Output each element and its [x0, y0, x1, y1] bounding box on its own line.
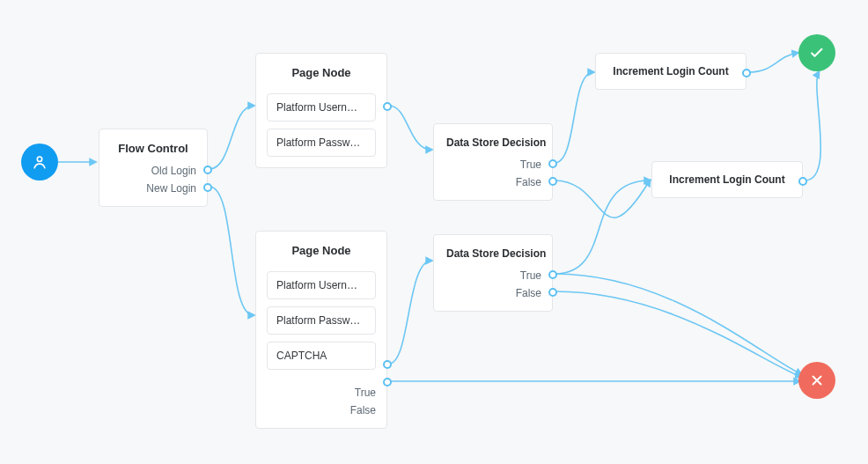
node-title: Data Store Decision [434, 235, 552, 267]
flow-canvas: Flow Control Old Login New Login Page No… [0, 0, 868, 464]
increment-login-count-1[interactable]: Increment Login Count [595, 53, 747, 90]
output-port[interactable] [548, 177, 557, 186]
output-port[interactable] [383, 378, 392, 387]
output-port[interactable] [383, 360, 392, 369]
close-icon [809, 372, 825, 388]
field-item[interactable]: CAPTCHA [267, 342, 376, 370]
outcome-true: True [267, 384, 376, 401]
fail-node[interactable] [798, 362, 835, 399]
data-store-decision-2[interactable]: Data Store Decision True False [433, 234, 553, 312]
outcome-false: False [445, 284, 541, 302]
field-item[interactable]: Platform Passw… [267, 129, 376, 157]
output-port[interactable] [203, 166, 212, 174]
outcome-old-login: Old Login [110, 162, 196, 180]
output-port[interactable] [548, 159, 557, 168]
person-icon [31, 153, 48, 171]
output-port[interactable] [383, 102, 392, 111]
page-node-1[interactable]: Page Node Platform Usern… Platform Passw… [255, 53, 387, 168]
output-port[interactable] [548, 288, 557, 297]
field-item[interactable]: Platform Usern… [267, 271, 376, 299]
node-title: Data Store Decision [434, 124, 552, 156]
increment-login-count-2[interactable]: Increment Login Count [651, 161, 803, 198]
field-list: Platform Usern… Platform Passw… CAPTCHA [256, 271, 386, 380]
output-port[interactable] [548, 270, 557, 279]
check-icon [808, 44, 826, 62]
outcome-list: True False [434, 267, 552, 311]
outcome-true: True [445, 267, 541, 284]
success-node[interactable] [798, 34, 835, 71]
node-title: Page Node [256, 232, 386, 264]
output-port[interactable] [798, 177, 807, 186]
svg-point-0 [37, 157, 41, 161]
start-node[interactable] [21, 144, 58, 180]
outcome-list: True False [256, 380, 386, 428]
data-store-decision-1[interactable]: Data Store Decision True False [433, 123, 553, 201]
node-title: Flow Control [99, 129, 207, 162]
flow-control-node[interactable]: Flow Control Old Login New Login [99, 129, 208, 207]
node-title: Increment Login Count [596, 54, 746, 89]
outcome-true: True [445, 156, 541, 173]
node-title: Increment Login Count [652, 162, 802, 197]
outcome-list: True False [434, 156, 552, 200]
outcome-false: False [445, 173, 541, 191]
field-item[interactable]: Platform Usern… [267, 93, 376, 122]
output-port[interactable] [203, 183, 212, 192]
node-title: Page Node [256, 54, 386, 86]
outcome-false: False [267, 401, 376, 419]
field-item[interactable]: Platform Passw… [267, 306, 376, 335]
outcome-new-login: New Login [110, 180, 196, 197]
output-port[interactable] [742, 69, 751, 77]
field-list: Platform Usern… Platform Passw… [256, 93, 386, 167]
outcome-list: Old Login New Login [99, 162, 207, 206]
page-node-2[interactable]: Page Node Platform Usern… Platform Passw… [255, 231, 387, 429]
